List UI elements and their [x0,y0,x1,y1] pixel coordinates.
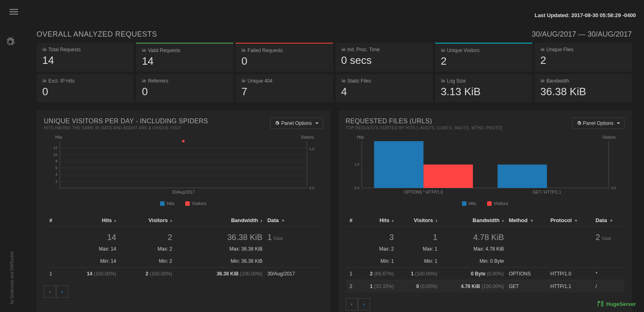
pager-next-button[interactable]: › [56,286,68,298]
summary-row: 14 2 36.38 KiB 1 Total [44,227,323,243]
svg-text:0.0: 0.0 [309,186,314,190]
column-header[interactable]: Bandwidth ♦ [175,214,265,227]
stat-card[interactable]: Unique Visitors 2 [435,43,532,72]
files-chart: Hits Visitors 0.01.00.0OPTIONS * HTTP/1.… [346,136,625,199]
svg-point-17 [182,140,184,142]
svg-rect-25 [374,141,423,188]
stat-card[interactable]: Referrers 0 [136,74,233,102]
brand-icon [596,300,605,308]
brand-logo[interactable]: HugeServer [596,300,636,308]
settings-button[interactable] [5,37,15,48]
content: Dashboard OVERALL ANALYZED REQUESTS 30/A… [24,0,644,312]
overview-title: OVERALL ANALYZED REQUESTS [37,30,157,39]
bar-chart-icon [241,78,246,84]
stat-label: Unique Files [540,47,626,52]
table-row[interactable]: 1 14 (100.00%) 2 (100.00%) 36.38 KiB (10… [44,267,323,280]
y-axis-right-label: Visitors [301,135,314,140]
column-header[interactable]: Visitors ♦ [396,214,440,227]
summary-sub-row: Max: 2Max: 1Max: 4.78 KiB [346,243,625,255]
stat-value: 2 [441,55,527,68]
stat-card[interactable]: Static Files 4 [336,74,433,102]
summary-sub-row: Min: 1Min: 1Min: 0 Byte [346,255,625,268]
last-updated-label: Last Updated: 2017-08-30 05:58:29 -0400 [535,12,636,18]
stat-value: 0 [42,85,128,98]
stat-label: Failed Requests [241,48,327,53]
column-header[interactable]: Data ▼ [265,214,323,227]
stat-label: Log Size [441,78,527,84]
gear-icon [5,37,15,47]
stat-label: Referrers [142,78,228,84]
stats-grid: Total Requests 14 Valid Requests 14 Fail… [37,43,632,102]
column-header[interactable]: Method ▼ [506,214,548,227]
overview-date-range: 30/AUG/2017 — 30/AUG/2017 [532,30,632,39]
bar-chart-icon [441,48,445,53]
stat-card[interactable]: Failed Requests 0 [236,43,333,72]
svg-text:10: 10 [54,153,58,157]
panel-options-label: Panel Options [583,120,614,126]
pager-next-button[interactable]: › [358,298,370,310]
hamburger-icon [8,6,20,17]
stat-value: 4 [341,85,427,98]
menu-toggle-button[interactable] [8,6,20,19]
legend-visitors-color [487,201,492,206]
files-panel: REQUESTED FILES (URLS) TOP REQUESTS SORT… [338,110,632,312]
svg-text:0.0: 0.0 [611,186,616,190]
svg-text:2: 2 [55,179,57,183]
stat-value: 36.38 KiB [540,85,626,98]
stat-card[interactable]: Excl. IP Hits 0 [37,74,134,102]
y-axis-left-label: Hits [55,135,62,140]
column-header[interactable]: Hits ♦ [58,214,119,227]
visitors-legend: Hits Visitors [44,201,323,207]
bar-chart-icon [540,78,545,84]
panel-options-button[interactable]: Panel Options [572,118,624,129]
column-header[interactable]: Bandwidth ♦ [440,214,507,227]
column-header[interactable]: # [346,214,357,227]
files-table: # Hits ♦Visitors ♦Bandwidth ♦Method ▼Pro… [346,214,625,292]
column-header[interactable]: Visitors ♦ [119,214,175,227]
panel-options-button[interactable]: Panel Options [270,118,323,129]
stat-value: 0 [241,55,327,68]
stat-card[interactable]: Log Size 3.13 KiB [435,74,532,102]
column-header[interactable]: Protocol ▼ [548,214,593,227]
footer-attribution: by GoAccess and GWSocket [10,251,14,304]
stat-value: 14 [142,55,228,68]
svg-text:1.0: 1.0 [354,162,359,166]
legend-hits-color [462,201,466,206]
pager-prev-button[interactable]: ‹ [44,286,56,298]
stat-card[interactable]: Total Requests 14 [37,43,134,72]
gear-icon [577,121,581,126]
gear-icon [275,121,280,126]
stat-label: Valid Requests [142,48,228,53]
visitors-panel-title: UNIQUE VISITORS PER DAY - INCLUDING SPID… [44,118,208,125]
stat-label: Bandwidth [540,78,626,84]
pager-prev-button[interactable]: ‹ [346,298,358,310]
stat-card[interactable]: Init. Proc. Time 0 secs [336,43,433,72]
stat-card[interactable]: Unique 404 7 [236,74,333,102]
stat-label: Unique 404 [241,78,327,84]
table-row[interactable]: 1 2 (66.67%) 1 (100.00%) 0 Byte (0.00%) … [346,267,625,280]
svg-text:12: 12 [54,146,58,150]
bar-chart-icon [42,78,47,84]
column-header[interactable]: Hits ♦ [356,214,396,227]
overview-header: OVERALL ANALYZED REQUESTS 30/AUG/2017 — … [37,30,632,39]
svg-text:8: 8 [55,159,57,163]
legend-hits-color [160,201,165,206]
stat-label: Static Files [341,78,427,84]
stat-label: Init. Proc. Time [341,47,427,52]
stat-card[interactable]: Bandwidth 36.38 KiB [535,74,632,102]
visitors-panel-subtitle: HITS HAVING THE SAME IP, DATE AND AGENT … [44,126,208,130]
summary-sub-row: Min: 14Min: 2Min: 36.38 KiB [44,255,323,268]
files-legend: Hits Visitors [346,201,625,207]
stat-card[interactable]: Unique Files 2 [535,43,632,72]
table-row[interactable]: 2 1 (33.33%) 0 (0.00%) 4.78 KiB (100.00%… [346,280,625,292]
topbar: Last Updated: 2017-08-30 05:58:29 -0400 [0,0,644,24]
files-panel-title: REQUESTED FILES (URLS) [346,118,503,125]
stat-card[interactable]: Valid Requests 14 [136,43,233,72]
y-axis-left-label: Hits [357,135,364,140]
column-header[interactable]: Data ▼ [593,214,624,227]
svg-text:30/Aug/2017: 30/Aug/2017 [172,190,195,194]
svg-text:OPTIONS * HTTP/1.0: OPTIONS * HTTP/1.0 [404,190,443,194]
pager: ‹ › [346,298,625,310]
bar-chart-icon [341,47,346,52]
column-header[interactable]: # [44,214,58,227]
